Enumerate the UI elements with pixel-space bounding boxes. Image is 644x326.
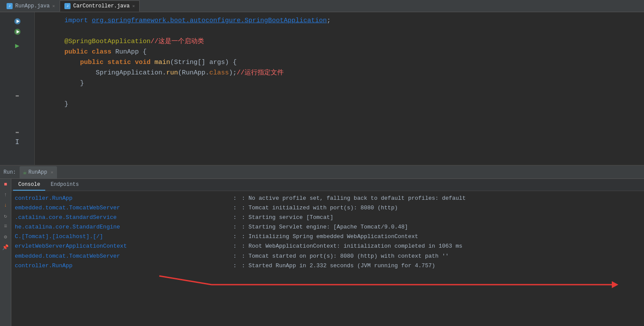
tab-console[interactable]: Console bbox=[13, 179, 45, 191]
console-source-8: controller.RunApp bbox=[15, 261, 228, 271]
colon-3: : bbox=[230, 213, 240, 222]
tab-endpoints[interactable]: Endpoints bbox=[45, 179, 84, 191]
run-args: (RunApp. bbox=[178, 68, 209, 78]
code-line-close2: } bbox=[35, 99, 644, 110]
class-kw: class bbox=[209, 68, 229, 78]
console-msg-5: : Initializing Spring embedded WebApplic… bbox=[242, 232, 418, 242]
console-msg-1: : No active profile set, falling back to… bbox=[242, 194, 466, 203]
console-source-2: embedded.tomcat.TomcatWebServer bbox=[15, 203, 228, 213]
run-label: Run: bbox=[3, 169, 16, 175]
annotation-text: @SpringBootApplication bbox=[64, 37, 151, 47]
scroll-up-button[interactable]: ↑ bbox=[2, 191, 10, 199]
run-body: ■ ↑ ↓ ↻ ≡ ⚙ 📌 Console Endpoints controll… bbox=[0, 179, 644, 326]
kw-class: class bbox=[92, 47, 115, 57]
run-method: run bbox=[166, 68, 178, 78]
run-tab[interactable]: ☕ RunApp ✕ bbox=[20, 166, 57, 178]
console-msg-3: : Starting service [Tomcat] bbox=[242, 213, 333, 222]
console-line-6: ervletWebServerApplicationContext : : Ro… bbox=[11, 242, 644, 251]
colon-4: : bbox=[230, 222, 240, 232]
scroll-down-button[interactable]: ↓ bbox=[2, 202, 10, 209]
console-msg-7: : Tomcat started on port(s): 8080 (http)… bbox=[242, 252, 449, 261]
class-name: RunApp bbox=[115, 47, 143, 57]
console-output[interactable]: controller.RunApp : : No active profile … bbox=[11, 191, 644, 326]
tab-bar: J RunApp.java ✕ J CarController.java ✕ bbox=[0, 0, 644, 12]
collapse-icon-2: ▬ bbox=[16, 129, 19, 135]
code-line-class: public class RunApp { bbox=[35, 47, 644, 57]
console-line-1: controller.RunApp : : No active profile … bbox=[11, 194, 644, 203]
rerun-button[interactable]: ↻ bbox=[2, 212, 10, 220]
spring-app: SpringApplication. bbox=[96, 68, 166, 78]
gutter-icon-2[interactable] bbox=[13, 27, 22, 37]
tab-carcontroller-close[interactable]: ✕ bbox=[132, 3, 135, 9]
close-brace2: } bbox=[64, 99, 68, 110]
colon-2: : bbox=[230, 203, 240, 213]
kw-public1: public bbox=[64, 47, 92, 57]
import-keyword: import bbox=[64, 16, 92, 26]
indent2 bbox=[64, 68, 96, 78]
java-icon: J bbox=[7, 3, 13, 9]
editor-area: ▶ ▬ ▬ I import org.springframework.boot.… bbox=[0, 12, 644, 165]
console-msg-2: : Tomcat initialized with port(s): 8080 … bbox=[242, 203, 398, 213]
stop-button[interactable]: ■ bbox=[2, 181, 10, 188]
main-method: main bbox=[154, 57, 170, 68]
main-params: (String[] args) { bbox=[170, 57, 237, 68]
console-line-3: .catalina.core.StandardService : : Start… bbox=[11, 213, 644, 222]
collapse-icon: ▬ bbox=[16, 92, 19, 98]
code-line-annotation: @SpringBootApplication//这是一个启动类 bbox=[35, 37, 644, 47]
code-line-blank1 bbox=[35, 26, 644, 37]
run-tab-close[interactable]: ✕ bbox=[50, 170, 53, 175]
console-content: controller.RunApp : : No active profile … bbox=[11, 194, 644, 291]
tab-carcontroller-label: CarController.java bbox=[73, 3, 130, 9]
code-line-close1: } bbox=[35, 78, 644, 89]
tab-runapp-label: RunApp.java bbox=[15, 3, 50, 9]
colon-6: : bbox=[230, 242, 240, 251]
console-line-5: C.[Tomcat].[localhost].[/] : : Initializ… bbox=[11, 232, 644, 242]
code-line-main: public static void main(String[] args) { bbox=[35, 57, 644, 68]
tab-carcontroller[interactable]: J CarController.java ✕ bbox=[60, 0, 140, 12]
console-line-2: embedded.tomcat.TomcatWebServer : : Tomc… bbox=[11, 203, 644, 213]
brace-open1: { bbox=[143, 47, 147, 57]
arrow-svg bbox=[11, 272, 644, 289]
kw-static: static bbox=[107, 57, 135, 68]
run-sidebar: ■ ↑ ↓ ↻ ≡ ⚙ 📌 bbox=[0, 179, 11, 326]
pin-button[interactable]: 📌 bbox=[2, 243, 10, 251]
editor-gutter: ▶ ▬ ▬ I bbox=[0, 12, 35, 165]
comment-annotation: //这是一个启动类 bbox=[151, 37, 204, 47]
settings-button[interactable]: ⚙ bbox=[2, 233, 10, 241]
code-line-run: SpringApplication.run(RunApp.class);//运行… bbox=[35, 68, 644, 78]
import-path: org.springframework.boot.autoconfigure. bbox=[92, 16, 245, 26]
run-tab-icon: ☕ bbox=[23, 168, 27, 176]
colon-8: : bbox=[230, 261, 240, 271]
comment-run: //运行指定文件 bbox=[237, 68, 284, 78]
console-source-4: he.catalina.core.StandardEngine bbox=[15, 222, 228, 232]
console-source-3: .catalina.core.StandardService bbox=[15, 213, 228, 222]
gutter-icon-1[interactable] bbox=[13, 17, 22, 26]
console-tabs: Console Endpoints bbox=[11, 179, 644, 191]
filter-button[interactable]: ≡ bbox=[2, 222, 10, 230]
cursor-icon: I bbox=[13, 138, 22, 147]
run-right-panel: Console Endpoints controller.RunApp : : … bbox=[11, 179, 644, 326]
fold-icon-2[interactable]: ▬ bbox=[13, 127, 22, 137]
code-line-blank2 bbox=[35, 89, 644, 99]
console-line-8: controller.RunApp : : Started RunApp in … bbox=[11, 261, 644, 271]
console-msg-8: : Started RunApp in 2.332 seconds (JVM r… bbox=[242, 261, 435, 271]
run-arrow-icon[interactable]: ▶ bbox=[13, 41, 22, 50]
import-semi: ; bbox=[327, 16, 331, 26]
console-msg-4: : Starting Servlet engine: [Apache Tomca… bbox=[242, 222, 408, 232]
svg-marker-5 bbox=[612, 281, 618, 288]
run-icon: ▶ bbox=[15, 41, 20, 50]
console-line-4: he.catalina.core.StandardEngine : : Star… bbox=[11, 222, 644, 232]
console-source-5: C.[Tomcat].[localhost].[/] bbox=[15, 232, 228, 242]
run-header: Run: ☕ RunApp ✕ bbox=[0, 166, 644, 179]
console-source-6: ervletWebServerApplicationContext bbox=[15, 242, 228, 251]
console-line-7: embedded.tomcat.TomcatWebServer : : Tomc… bbox=[11, 252, 644, 261]
svg-line-6 bbox=[159, 276, 211, 285]
close-brace1: } bbox=[64, 78, 84, 89]
tab-runapp-close[interactable]: ✕ bbox=[52, 3, 55, 9]
fold-icon-1[interactable]: ▬ bbox=[13, 91, 22, 100]
console-source-7: embedded.tomcat.TomcatWebServer bbox=[15, 252, 228, 261]
tab-runapp[interactable]: J RunApp.java ✕ bbox=[2, 0, 60, 12]
console-source-1: controller.RunApp bbox=[15, 194, 228, 203]
code-editor[interactable]: import org.springframework.boot.autoconf… bbox=[35, 12, 644, 165]
arrow-annotation bbox=[11, 272, 644, 289]
